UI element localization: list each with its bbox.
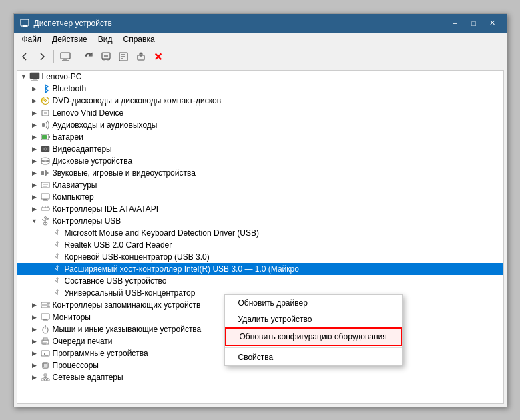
menu-view[interactable]: Вид — [93, 33, 118, 45]
svg-rect-106 — [44, 374, 47, 376]
cpu-toggle[interactable]: ▶ — [29, 360, 40, 371]
menu-action[interactable]: Действие — [47, 33, 93, 45]
network-icon — [40, 372, 51, 383]
svg-rect-81 — [43, 319, 47, 320]
disk-icon — [40, 156, 51, 166]
usb6-icon — [52, 288, 63, 298]
tree-item-bluetooth[interactable]: ▶ Bluetooth — [17, 83, 503, 95]
ctx-properties[interactable]: Свойства — [225, 349, 402, 365]
minimize-button[interactable]: − — [447, 17, 464, 30]
back-button[interactable] — [17, 49, 33, 65]
refresh-button[interactable] — [81, 49, 97, 65]
battery-icon — [40, 132, 51, 142]
storage-toggle[interactable]: ▶ — [29, 300, 40, 310]
context-menu: Обновить драйвер Удалить устройство Обно… — [224, 294, 403, 366]
svg-rect-4 — [63, 59, 67, 60]
battery-toggle[interactable]: ▶ — [29, 132, 40, 142]
disk-toggle[interactable]: ▶ — [29, 156, 40, 166]
tree-item-usb[interactable]: ▼ Контроллеры USB — [17, 215, 503, 227]
tree-item-network[interactable]: ▶ Сетевые адаптеры — [17, 371, 503, 383]
audio-toggle[interactable]: ▶ — [29, 120, 40, 130]
tree-item-audio[interactable]: ▶ Аудиовходы и аудиовыходы — [17, 119, 503, 131]
video-toggle[interactable]: ▶ — [29, 144, 40, 154]
tree-item-dvd[interactable]: ▶ DVD-дисководы и дисководы компакт-диск… — [17, 95, 503, 107]
programs-icon — [40, 348, 51, 359]
svg-rect-35 — [41, 182, 49, 188]
lenovo-toggle[interactable]: ▶ — [29, 108, 40, 118]
ctx-refresh-hw[interactable]: Обновить конфигурацию оборудования — [225, 327, 402, 346]
computer-button[interactable] — [57, 49, 73, 65]
svg-point-56 — [56, 241, 57, 242]
ctx-uninstall[interactable]: Удалить устройство — [225, 311, 402, 327]
device-tree[interactable]: ▼ Lenovo-PC ▶ Bluetooth ▶ DVD — [17, 70, 504, 404]
tree-item-video[interactable]: ▶ Видеоадаптеры — [17, 143, 503, 155]
audio-icon — [40, 120, 51, 130]
svg-point-68 — [56, 277, 57, 278]
tree-item-lenovo[interactable]: ▶ Lenovo Vhid Device — [17, 107, 503, 119]
tree-root[interactable]: ▼ Lenovo-PC — [17, 71, 503, 83]
ide-toggle[interactable]: ▶ — [29, 204, 40, 214]
monitors-icon — [40, 312, 51, 323]
close-button[interactable]: ✕ — [484, 17, 501, 30]
usb4-icon — [52, 264, 63, 274]
dvd-toggle[interactable]: ▶ — [29, 95, 40, 106]
bluetooth-toggle[interactable]: ▶ — [29, 83, 40, 94]
scan-button[interactable] — [98, 49, 114, 65]
svg-rect-39 — [43, 199, 47, 200]
keyboard-toggle[interactable]: ▶ — [29, 180, 40, 190]
network-label: Сетевые адаптеры — [53, 373, 123, 382]
tree-item-sound[interactable]: ▶ Звуковые, игровые и видеоустройства — [17, 167, 503, 179]
svg-rect-80 — [41, 314, 49, 319]
computer-toggle[interactable]: ▶ — [29, 192, 40, 202]
svg-point-64 — [56, 265, 57, 266]
usb4-spacer — [41, 264, 52, 274]
ctx-update-driver[interactable]: Обновить драйвер — [225, 295, 402, 311]
tree-item-usb3[interactable]: Корневой USB-концентратор (USB 3.0) — [17, 251, 503, 263]
usb-toggle[interactable]: ▼ — [29, 216, 40, 226]
usb1-icon — [52, 228, 63, 238]
tree-item-usb1[interactable]: Microsoft Mouse and Keyboard Detection D… — [17, 227, 503, 239]
programs-label: Программные устройства — [53, 349, 148, 358]
tree-item-computer[interactable]: ▶ Компьютер — [17, 191, 503, 203]
usb3-label: Корневой USB-концентратор (USB 3.0) — [65, 252, 210, 262]
monitors-toggle[interactable]: ▶ — [29, 312, 40, 323]
tree-item-usb5[interactable]: Составное USB устройство — [17, 275, 503, 287]
tree-item-ide[interactable]: ▶ Контроллеры IDE ATA/ATAPI — [17, 203, 503, 215]
menu-help[interactable]: Справка — [118, 33, 160, 45]
tree-item-keyboard[interactable]: ▶ Клавиатуры — [17, 179, 503, 191]
forward-button[interactable] — [34, 49, 50, 65]
usb2-label: Realtek USB 2.0 Card Reader — [65, 240, 172, 250]
uninstall-button[interactable]: ✕ — [150, 49, 166, 65]
cpu-icon — [40, 360, 51, 371]
storage-label: Контроллеры запоминающих устройств — [53, 300, 201, 310]
tree-item-usb4[interactable]: Расширяемый хост-контроллер Intel(R) USB… — [17, 263, 503, 275]
root-toggle[interactable]: ▼ — [19, 71, 29, 82]
usb6-label: Универсальный USB-концентратор — [65, 288, 196, 298]
network-toggle[interactable]: ▶ — [29, 372, 40, 383]
menu-file[interactable]: Файл — [17, 33, 47, 45]
tree-item-battery[interactable]: ▶ Батареи — [17, 131, 503, 143]
sound-toggle[interactable]: ▶ — [29, 168, 40, 178]
tree-item-disk[interactable]: ▶ Дисковые устройства — [17, 155, 503, 167]
update-button[interactable] — [133, 49, 149, 65]
properties-button[interactable] — [115, 49, 132, 65]
usb5-icon — [52, 276, 63, 286]
tree-item-usb2[interactable]: Realtek USB 2.0 Card Reader — [17, 239, 503, 251]
svg-point-52 — [56, 229, 57, 230]
sound-icon — [40, 168, 51, 178]
svg-rect-16 — [30, 73, 39, 79]
video-icon — [40, 144, 51, 154]
svg-rect-93 — [43, 363, 47, 367]
usb1-label: Microsoft Mouse and Keyboard Detection D… — [65, 228, 259, 238]
programs-toggle[interactable]: ▶ — [29, 348, 40, 359]
content-area: ▼ Lenovo-PC ▶ Bluetooth ▶ DVD — [14, 67, 507, 407]
usb3-spacer — [41, 252, 52, 262]
computer-icon — [29, 71, 40, 82]
svg-rect-26 — [49, 136, 50, 138]
printers-toggle[interactable]: ▶ — [29, 336, 40, 347]
mice-toggle[interactable]: ▶ — [29, 324, 40, 335]
svg-rect-41 — [41, 208, 49, 210]
ctx-separator — [225, 347, 402, 348]
svg-rect-27 — [42, 135, 47, 139]
maximize-button[interactable]: □ — [465, 17, 483, 30]
